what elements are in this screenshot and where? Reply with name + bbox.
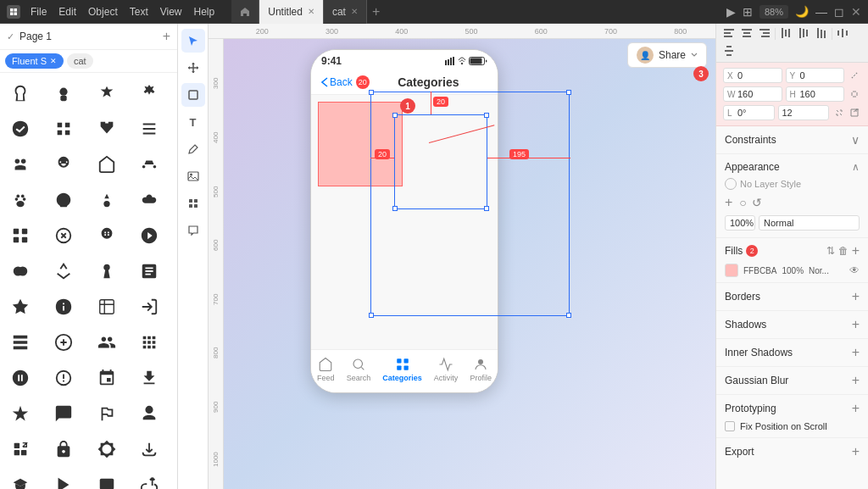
moon-icon[interactable]: 🌙 [795, 5, 809, 18]
menu-edit[interactable]: Edit [58, 6, 76, 18]
icon-cat7[interactable] [90, 112, 124, 146]
fill-visibility-icon[interactable]: 👁 [849, 264, 860, 276]
icon-cat1[interactable] [3, 76, 37, 110]
close-tab-cat[interactable]: ✕ [351, 7, 358, 16]
rotation-field[interactable]: L 0° [723, 105, 775, 120]
bottom-nav-categories[interactable]: Categories [382, 357, 422, 382]
icon-r8c2[interactable] [47, 468, 81, 489]
icon-cat3[interactable] [90, 76, 124, 110]
y-field[interactable]: Y 0 [786, 68, 845, 83]
icon-r7c1[interactable] [3, 432, 37, 466]
constraints-toggle[interactable]: ∨ [851, 133, 860, 147]
icon-r6c2[interactable] [47, 397, 81, 431]
constraints-header[interactable]: Constraints ∨ [725, 133, 860, 147]
menu-view[interactable]: View [160, 6, 182, 18]
icon-paw[interactable] [3, 183, 37, 217]
tab-cat[interactable]: cat [67, 53, 93, 69]
icon-r5c2[interactable] [47, 361, 81, 395]
close-icon[interactable]: ✕ [851, 5, 861, 19]
icon-r5c1[interactable] [3, 361, 37, 395]
phone-back-button[interactable]: Back 20 [321, 75, 370, 89]
align-top-btn[interactable] [778, 26, 793, 42]
prototyping-add-btn[interactable]: + [852, 401, 860, 416]
fills-delete-icon[interactable]: 🗑 [838, 245, 849, 257]
menu-help[interactable]: Help [194, 6, 215, 18]
subtract-style-btn[interactable]: ○ [739, 196, 746, 209]
borders-add-btn[interactable]: + [852, 289, 860, 304]
tool-image[interactable] [181, 164, 205, 188]
fills-sort-icon[interactable]: ⇅ [826, 245, 835, 257]
tool-comment[interactable] [181, 219, 205, 242]
menu-object[interactable]: Object [88, 6, 118, 18]
blend-mode-select[interactable]: Normal [759, 215, 860, 231]
align-left-btn[interactable] [721, 26, 737, 42]
fill-color-swatch[interactable] [725, 264, 738, 277]
resize-icon2[interactable] [848, 106, 861, 119]
opacity-value[interactable]: 100% [725, 215, 755, 231]
bottom-nav-activity[interactable]: Activity [434, 357, 459, 382]
add-tab-button[interactable]: + [367, 4, 385, 19]
icon-cat4[interactable] [132, 76, 166, 110]
icon-r1c1[interactable] [3, 219, 37, 253]
canvas-area[interactable]: 200300400500600700800 300 400 500 600 70… [209, 24, 715, 489]
tab-home[interactable] [231, 0, 259, 24]
distribute-v-btn[interactable] [721, 44, 737, 59]
icon-pet3[interactable] [90, 183, 124, 217]
icon-r4c2[interactable] [47, 325, 81, 359]
icon-r8c4[interactable] [132, 468, 166, 489]
add-style-btn[interactable]: + [725, 195, 732, 210]
minimize-icon[interactable]: — [815, 5, 827, 19]
w-field[interactable]: W 160 [723, 86, 782, 102]
tab-cat[interactable]: cat ✕ [324, 0, 367, 24]
icon-r3c3[interactable] [90, 290, 124, 324]
icon-r3c1[interactable] [3, 290, 37, 324]
icon-r5c3[interactable] [90, 361, 124, 395]
tool-pen[interactable] [181, 137, 205, 161]
gaussian-blur-add-btn[interactable]: + [852, 373, 860, 388]
icon-r6c1[interactable] [3, 397, 37, 431]
icon-r8c3[interactable] [90, 468, 124, 489]
share-button[interactable]: 👤 Share [627, 42, 707, 68]
phone-content[interactable] [311, 95, 498, 349]
resize-icon1[interactable] [832, 106, 846, 119]
distribute-h-btn[interactable] [835, 26, 850, 42]
fills-add-icon[interactable]: + [852, 243, 860, 258]
icon-r4c4[interactable] [132, 325, 166, 359]
maximize-icon[interactable]: ◻ [834, 5, 844, 19]
link-icon[interactable] [848, 69, 861, 82]
icon-r4c1[interactable] [3, 325, 37, 359]
icon-cat2[interactable] [47, 76, 81, 110]
menu-file[interactable]: File [31, 6, 47, 18]
tab-fluent-s[interactable]: Fluent S ✕ [5, 53, 64, 69]
grid-view-icon[interactable]: ⊞ [743, 5, 753, 19]
h-field[interactable]: H 160 [786, 86, 845, 102]
icon-r7c2[interactable] [47, 432, 81, 466]
icon-r2c3[interactable] [90, 254, 124, 288]
icon-r6c4[interactable] [132, 397, 166, 431]
icon-r4c3[interactable] [90, 325, 124, 359]
icon-r5c4[interactable] [132, 361, 166, 395]
menu-text[interactable]: Text [130, 6, 148, 18]
tool-frame[interactable] [181, 83, 205, 107]
icon-r2c1[interactable] [3, 254, 37, 288]
tab-untitled[interactable]: Untitled ✕ [259, 0, 324, 24]
export-add-btn[interactable]: + [852, 444, 860, 459]
icon-r2c4[interactable] [132, 254, 166, 288]
icon-r2c2[interactable] [47, 254, 81, 288]
icon-dog1[interactable] [3, 147, 37, 181]
close-tab-untitled[interactable]: ✕ [308, 7, 314, 16]
bottom-nav-search[interactable]: Search [347, 357, 371, 382]
icon-cat6[interactable] [47, 112, 81, 146]
icon-r8c1[interactable] [3, 468, 37, 489]
tool-text[interactable]: T [181, 110, 205, 134]
icon-r3c2[interactable] [47, 290, 81, 324]
align-middle-btn[interactable] [796, 26, 811, 42]
tool-select[interactable] [181, 29, 205, 53]
present-icon[interactable]: ▶ [726, 5, 736, 19]
bottom-nav-profile[interactable]: Profile [470, 357, 492, 382]
x-field[interactable]: X 0 [723, 68, 782, 83]
tool-move[interactable] [181, 56, 205, 80]
constrain-proportions-icon[interactable] [848, 87, 861, 101]
icon-dog2[interactable] [47, 147, 81, 181]
icon-r1c4[interactable] [132, 219, 166, 253]
